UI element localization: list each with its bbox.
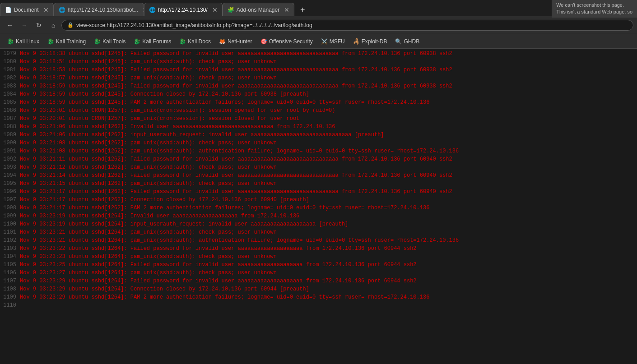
address-text: view-source:http://172.24.10.130/antibot…	[76, 22, 312, 28]
log-line: 1081Nov 9 03:18:53 ubuntu sshd[1245]: Fa…	[2, 66, 635, 74]
browser-chrome: We can't screenshot this page. This isn'…	[0, 0, 637, 49]
bookmark-kali-linux[interactable]: 🐉 Kali Linux	[4, 37, 43, 46]
tab-active[interactable]: 🌐 http://172.24.10.130/ ✕	[144, 3, 223, 16]
nethunter-icon: 🦊	[219, 38, 226, 45]
log-line: 1079Nov 9 03:18:38 ubuntu sshd[1245]: Fa…	[2, 50, 635, 58]
line-number: 1104	[2, 253, 20, 261]
log-text: Nov 9 03:21:17 ubuntu sshd[1262]: Connec…	[20, 196, 309, 204]
kali-tools-icon: 🐉	[94, 38, 101, 45]
bookmark-kali-tools[interactable]: 🐉 Kali Tools	[90, 37, 129, 46]
line-number: 1097	[2, 196, 20, 204]
line-number: 1110	[2, 301, 20, 309]
line-number: 1103	[2, 244, 20, 253]
forward-button[interactable]: →	[18, 19, 31, 32]
tab-close-active[interactable]: ✕	[212, 6, 218, 14]
nav-bar: ← → ↻ ⌂ 🔒 view-source:http://172.24.10.1…	[0, 16, 637, 34]
tab-antibot[interactable]: 🌐 http://172.24.10.130/antibot... ✕	[54, 3, 144, 16]
kali-training-icon: 🐉	[47, 38, 54, 45]
line-number: 1106	[2, 269, 20, 277]
line-number: 1108	[2, 285, 20, 293]
line-number: 1099	[2, 212, 20, 220]
line-number: 1107	[2, 277, 20, 285]
log-line: 1098Nov 9 03:21:17 ubuntu sshd[1262]: PA…	[2, 204, 635, 212]
bookmark-kali-training[interactable]: 🐉 Kali Training	[44, 37, 89, 46]
log-line: 1084Nov 9 03:18:59 ubuntu sshd[1245]: Co…	[2, 90, 635, 98]
tab-addons[interactable]: 🧩 Add-ons Manager ✕	[223, 3, 294, 16]
log-text: Nov 9 03:23:21 ubuntu sshd[1264]: pam_un…	[20, 236, 459, 244]
home-button[interactable]: ⌂	[47, 19, 60, 32]
tab-document[interactable]: 📄 Document ✕	[0, 3, 54, 16]
bookmark-exploit-db[interactable]: 🦂 Exploit-DB	[349, 37, 391, 46]
tab-bar: We can't screenshot this page. This isn'…	[0, 0, 637, 16]
log-line: 1105Nov 9 03:23:25 ubuntu sshd[1264]: Fa…	[2, 261, 635, 269]
log-line: 1087Nov 9 03:20:01 ubuntu CRON[1257]: pa…	[2, 115, 635, 123]
log-text: Nov 9 03:21:06 ubuntu sshd[1262]: Invali…	[20, 123, 335, 131]
log-line: 1092Nov 9 03:21:11 ubuntu sshd[1262]: Fa…	[2, 155, 635, 163]
kali-forums-icon: 🐉	[134, 38, 140, 45]
log-text: Nov 9 03:23:19 ubuntu sshd[1264]: Invali…	[20, 212, 299, 220]
line-number: 1084	[2, 90, 20, 98]
log-content-area[interactable]: 1079Nov 9 03:18:38 ubuntu sshd[1245]: Fa…	[0, 49, 637, 364]
screenshot-notice: We can't screenshot this page. This isn'…	[552, 0, 637, 18]
line-number: 1081	[2, 66, 20, 74]
log-text: Nov 9 03:21:14 ubuntu sshd[1262]: Failed…	[20, 171, 452, 180]
log-text: Nov 9 03:21:17 ubuntu sshd[1262]: Failed…	[20, 188, 452, 196]
log-text: Nov 9 03:21:08 ubuntu sshd[1262]: pam_un…	[20, 139, 277, 147]
bookmark-nethunter[interactable]: 🦊 NetHunter	[215, 37, 256, 46]
log-text: Nov 9 03:21:15 ubuntu sshd[1262]: pam_un…	[20, 180, 277, 188]
line-number: 1095	[2, 180, 20, 188]
log-line: 1085Nov 9 03:18:59 ubuntu sshd[1245]: PA…	[2, 98, 635, 106]
address-bar[interactable]: 🔒 view-source:http://172.24.10.130/antib…	[61, 20, 633, 31]
log-text: Nov 9 03:23:21 ubuntu sshd[1264]: pam_un…	[20, 228, 277, 236]
tab-close-addons[interactable]: ✕	[284, 6, 289, 14]
log-line: 1080Nov 9 03:18:51 ubuntu sshd[1245]: pa…	[2, 58, 635, 66]
log-text: Nov 9 03:20:01 ubuntu CRON[1257]: pam_un…	[20, 106, 335, 115]
bookmark-ghdb[interactable]: 🔍 GHDB	[391, 37, 423, 46]
log-line: 1096Nov 9 03:21:17 ubuntu sshd[1262]: Fa…	[2, 188, 635, 196]
log-line: 1090Nov 9 03:21:08 ubuntu sshd[1262]: pa…	[2, 139, 635, 147]
log-text: Nov 9 03:23:23 ubuntu sshd[1264]: pam_un…	[20, 253, 277, 261]
back-button[interactable]: ←	[4, 19, 16, 32]
line-number: 1094	[2, 171, 20, 180]
log-text: Nov 9 03:21:12 ubuntu sshd[1262]: pam_un…	[20, 163, 277, 171]
log-text: Nov 9 03:21:08 ubuntu sshd[1262]: pam_un…	[20, 147, 459, 155]
log-line: 1104Nov 9 03:23:23 ubuntu sshd[1264]: pa…	[2, 253, 635, 261]
log-line: 1094Nov 9 03:21:14 ubuntu sshd[1262]: Fa…	[2, 171, 635, 180]
bookmark-offensive-security[interactable]: 🎯 Offensive Security	[257, 37, 316, 46]
line-number: 1089	[2, 131, 20, 139]
log-line: 1086Nov 9 03:20:01 ubuntu CRON[1257]: pa…	[2, 106, 635, 115]
log-text: Nov 9 03:18:38 ubuntu sshd[1245]: Failed…	[20, 50, 452, 58]
line-number: 1109	[2, 293, 20, 301]
bookmarks-bar: 🐉 Kali Linux 🐉 Kali Training 🐉 Kali Tool…	[0, 34, 637, 49]
line-number: 1080	[2, 58, 20, 66]
bookmark-kali-forums[interactable]: 🐉 Kali Forums	[130, 37, 175, 46]
log-line: 1099Nov 9 03:23:19 ubuntu sshd[1264]: In…	[2, 212, 635, 220]
line-number: 1088	[2, 123, 20, 131]
reload-button[interactable]: ↻	[33, 19, 45, 32]
bookmark-kali-docs[interactable]: 🐉 Kali Docs	[176, 37, 214, 46]
log-line: 1102Nov 9 03:23:21 ubuntu sshd[1264]: pa…	[2, 236, 635, 244]
log-line: 1088Nov 9 03:21:06 ubuntu sshd[1262]: In…	[2, 123, 635, 131]
bookmark-msfu[interactable]: ⚔️ MSFU	[317, 37, 349, 46]
line-number: 1102	[2, 236, 20, 244]
ghdb-icon: 🔍	[395, 38, 402, 45]
log-line: 1082Nov 9 03:18:57 ubuntu sshd[1245]: pa…	[2, 74, 635, 82]
line-number: 1096	[2, 188, 20, 196]
kali-linux-icon: 🐉	[7, 38, 14, 45]
log-line: 1093Nov 9 03:21:12 ubuntu sshd[1262]: pa…	[2, 163, 635, 171]
offensive-security-icon: 🎯	[260, 38, 267, 45]
new-tab-button[interactable]: +	[296, 4, 309, 16]
log-line: 1107Nov 9 03:23:29 ubuntu sshd[1264]: Fa…	[2, 277, 635, 285]
log-text: Nov 9 03:23:29 ubuntu sshd[1264]: PAM 2 …	[20, 293, 429, 301]
tab-favicon-active: 🌐	[149, 7, 155, 13]
log-line: 1089Nov 9 03:21:06 ubuntu sshd[1262]: in…	[2, 131, 635, 139]
tab-close-document[interactable]: ✕	[43, 6, 49, 14]
log-line: 1095Nov 9 03:21:15 ubuntu sshd[1262]: pa…	[2, 180, 635, 188]
line-number: 1085	[2, 98, 20, 106]
address-lock-icon: 🔒	[67, 22, 74, 28]
log-line: 1106Nov 9 03:23:27 ubuntu sshd[1264]: pa…	[2, 269, 635, 277]
log-text: Nov 9 03:23:19 ubuntu sshd[1264]: input_…	[20, 220, 348, 228]
line-number: 1087	[2, 115, 20, 123]
tab-favicon-antibot: 🌐	[59, 7, 65, 13]
line-number: 1098	[2, 204, 20, 212]
